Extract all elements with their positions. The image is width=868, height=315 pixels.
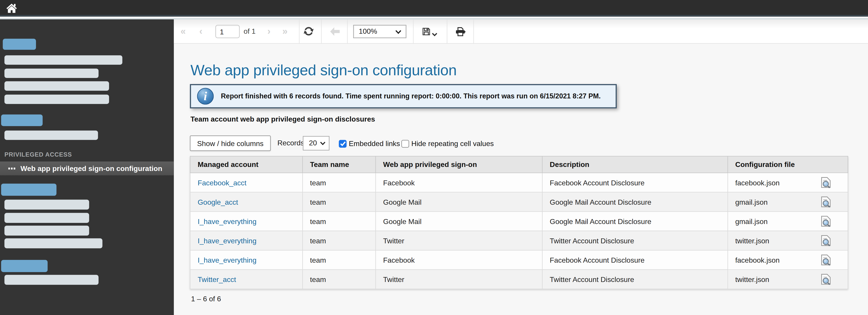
sidebar-redacted-item[interactable] bbox=[4, 213, 89, 223]
report-subtitle: Team account web app privileged sign-on … bbox=[190, 115, 375, 124]
sidebar-redacted-item[interactable] bbox=[1, 260, 48, 272]
preview-configuration-icon[interactable] bbox=[821, 235, 831, 246]
toolbar-separator bbox=[347, 19, 347, 44]
cell-description: Google Mail Account Disclosure bbox=[542, 192, 728, 211]
last-page-button[interactable]: » bbox=[282, 19, 287, 44]
cell-configuration-file: facebook.json bbox=[727, 250, 848, 270]
column-header[interactable]: Configuration file bbox=[727, 156, 848, 173]
ellipsis-dots-icon bbox=[8, 167, 16, 170]
sidebar-redacted-item[interactable] bbox=[4, 131, 98, 140]
info-icon: i bbox=[197, 88, 214, 104]
next-page-button[interactable]: › bbox=[268, 19, 271, 44]
records-per-page-select[interactable]: 20 bbox=[303, 136, 329, 150]
save-button[interactable] bbox=[422, 27, 431, 38]
zoom-level-select[interactable]: 100% bbox=[353, 25, 406, 38]
cell-description: Facebook Account Disclosure bbox=[542, 250, 728, 270]
column-header[interactable]: Web app privileged sign-on bbox=[376, 156, 542, 173]
sidebar-redacted-item[interactable] bbox=[1, 114, 43, 126]
cell-configuration-file: twitter.json bbox=[727, 231, 848, 250]
sidebar-redacted-item[interactable] bbox=[3, 39, 36, 50]
cell-web-app: Twitter bbox=[376, 231, 542, 250]
top-bar bbox=[0, 0, 868, 16]
embedded-links-checkbox[interactable] bbox=[339, 140, 346, 148]
preview-configuration-icon[interactable] bbox=[821, 177, 831, 188]
cell-managed-account-link[interactable]: Facebook_acct bbox=[190, 173, 303, 192]
sidebar-redacted-item[interactable] bbox=[4, 238, 102, 248]
cell-web-app: Twitter bbox=[376, 270, 542, 289]
cell-managed-account-link[interactable]: I_have_everything bbox=[190, 211, 303, 231]
preview-configuration-icon[interactable] bbox=[821, 274, 831, 285]
page-number-input[interactable] bbox=[215, 25, 240, 38]
report-status-message: Report finished with 6 records found. Ti… bbox=[221, 85, 601, 107]
sidebar-redacted-item[interactable] bbox=[4, 275, 98, 285]
print-button[interactable] bbox=[455, 27, 466, 39]
previous-page-button[interactable]: ‹ bbox=[199, 19, 203, 44]
save-menu-button[interactable] bbox=[432, 30, 437, 38]
cell-description: Facebook Account Disclosure bbox=[542, 173, 728, 192]
cell-configuration-file: gmail.json bbox=[727, 192, 848, 211]
cell-team-name: team bbox=[303, 211, 376, 231]
sidebar-redacted-item[interactable] bbox=[4, 55, 122, 65]
sidebar-redacted-item[interactable] bbox=[4, 200, 89, 210]
cell-web-app: Google Mail bbox=[376, 211, 542, 231]
show-hide-columns-button[interactable]: Show / hide columns bbox=[190, 136, 271, 151]
hide-repeating-checkbox[interactable] bbox=[401, 140, 409, 148]
table-row: I_have_everythingteamFacebookFacebook Ac… bbox=[190, 250, 848, 270]
sidebar-item-web-app-privileged-sign-on[interactable]: Web app privileged sign-on configuration bbox=[0, 162, 174, 175]
sidebar-redacted-item[interactable] bbox=[4, 81, 109, 91]
sidebar-redacted-item[interactable] bbox=[1, 183, 57, 196]
sidebar-redacted-item[interactable] bbox=[4, 95, 109, 104]
toolbar-separator bbox=[413, 19, 413, 44]
cell-team-name: team bbox=[303, 231, 376, 250]
zoom-level-value: 100% bbox=[359, 27, 377, 35]
cell-team-name: team bbox=[303, 270, 376, 289]
report-toolbar: « ‹ of 1 › » bbox=[174, 19, 868, 44]
toolbar-separator bbox=[447, 19, 447, 44]
cell-configuration-file: twitter.json bbox=[727, 270, 848, 289]
table-row: Twitter_acctteamTwitterTwitter Account D… bbox=[190, 270, 848, 289]
column-header[interactable]: Managed account bbox=[190, 156, 303, 173]
column-header[interactable]: Description bbox=[542, 156, 728, 173]
sidebar-redacted-item[interactable] bbox=[4, 225, 89, 236]
preview-configuration-icon[interactable] bbox=[821, 216, 831, 227]
cell-managed-account-link[interactable]: I_have_everything bbox=[190, 231, 303, 250]
cell-managed-account-link[interactable]: Google_acct bbox=[190, 192, 303, 211]
report-table: Managed accountTeam nameWeb app privileg… bbox=[190, 156, 848, 289]
toolbar-separator bbox=[473, 19, 474, 44]
cell-managed-account-link[interactable]: Twitter_acct bbox=[190, 270, 303, 289]
cell-web-app: Google Mail bbox=[376, 192, 542, 211]
save-icon bbox=[422, 27, 431, 38]
first-page-button[interactable]: « bbox=[180, 19, 186, 44]
refresh-icon bbox=[303, 26, 314, 38]
cell-team-name: team bbox=[303, 250, 376, 270]
refresh-button[interactable] bbox=[303, 26, 314, 38]
home-icon bbox=[6, 2, 18, 16]
records-per-page-value: 20 bbox=[309, 139, 317, 147]
cell-description: Twitter Account Disclosure bbox=[542, 231, 728, 250]
chevron-down-icon bbox=[432, 30, 437, 38]
app-window: PRIVILEGED ACCESS Web app privileged sig… bbox=[0, 0, 868, 315]
print-icon bbox=[455, 27, 466, 39]
cell-description: Google Mail Account Disclosure bbox=[542, 211, 728, 231]
toolbar-separator bbox=[299, 19, 299, 44]
table-row: I_have_everythingteamGoogle MailGoogle M… bbox=[190, 211, 848, 231]
back-button[interactable] bbox=[330, 27, 341, 38]
table-row: Google_acctteamGoogle MailGoogle Mail Ac… bbox=[190, 192, 848, 211]
cell-description: Twitter Account Disclosure bbox=[542, 270, 728, 289]
back-arrow-icon bbox=[330, 27, 341, 38]
home-button[interactable] bbox=[4, 2, 19, 16]
page-total-label: of 1 bbox=[244, 19, 255, 44]
preview-configuration-icon[interactable] bbox=[821, 196, 831, 207]
checkmark-icon bbox=[340, 141, 346, 147]
cell-web-app: Facebook bbox=[376, 173, 542, 192]
table-row: Facebook_acctteamFacebookFacebook Accoun… bbox=[190, 173, 848, 192]
embedded-links-label: Embedded links bbox=[349, 136, 400, 152]
sidebar-redacted-item[interactable] bbox=[4, 69, 98, 78]
cell-team-name: team bbox=[303, 173, 376, 192]
sidebar-section-privileged-access: PRIVILEGED ACCESS bbox=[4, 151, 72, 158]
column-header[interactable]: Team name bbox=[303, 156, 376, 173]
cell-configuration-file: gmail.json bbox=[727, 211, 848, 231]
table-header-row: Managed accountTeam nameWeb app privileg… bbox=[190, 156, 848, 173]
preview-configuration-icon[interactable] bbox=[821, 254, 831, 265]
cell-managed-account-link[interactable]: I_have_everything bbox=[190, 250, 303, 270]
